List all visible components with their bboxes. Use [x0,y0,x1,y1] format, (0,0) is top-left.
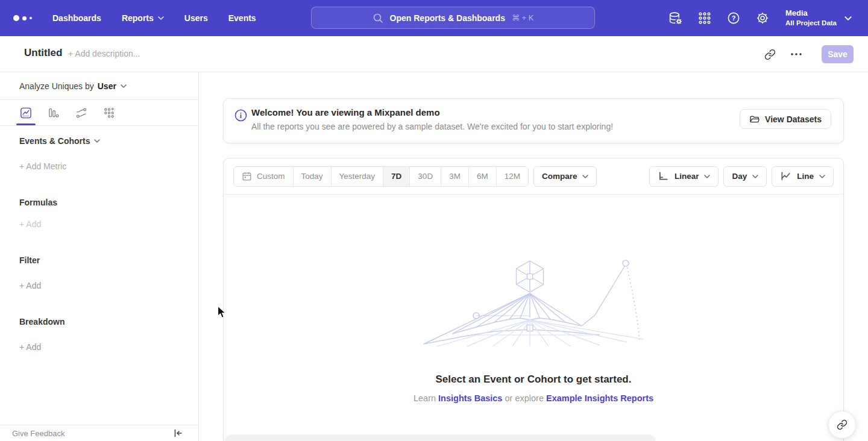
report-title[interactable]: Untitled [24,47,62,59]
copy-link-icon[interactable] [764,49,776,60]
report-description-placeholder[interactable]: + Add description... [68,49,140,58]
chevron-down-icon [121,84,127,88]
compare-dropdown[interactable]: Compare [533,166,597,187]
tab-insights[interactable] [20,100,32,125]
chevron-down-icon [844,16,852,20]
data-management-icon[interactable] [668,11,683,26]
report-type-tabs [0,100,198,126]
bottom-panel-peek[interactable] [224,435,656,441]
add-filter-button[interactable]: + Add [19,281,41,290]
sidebar-footer: Give Feedback [0,425,198,441]
search-placeholder: Open Reports & Dashboards [390,13,505,23]
more-ellipsis-icon[interactable] [791,53,802,55]
chevron-down-icon [582,175,588,178]
global-search[interactable]: Open Reports & Dashboards ⌘ + K [311,7,595,29]
interval-dropdown[interactable]: Day [723,166,767,187]
search-icon [373,13,383,23]
range-30d[interactable]: 30D [410,167,441,186]
linear-axis-icon [658,171,669,181]
nav-item-reports[interactable]: Reports [122,13,164,23]
empty-state: Select an Event or Cohort to get started… [224,255,843,403]
add-breakdown-button[interactable]: + Add [19,342,41,352]
chart-display-controls: Linear Day Line [649,166,834,187]
scale-dropdown[interactable]: Linear [649,166,719,187]
save-button[interactable]: Save [822,45,854,63]
link-icon [837,419,848,430]
nav-right-cluster: ? Media All Project Data [668,0,852,36]
empty-state-subtitle: Learn Insights Basics or explore Example… [224,393,843,403]
project-switcher[interactable]: Media All Project Data [785,8,852,28]
svg-text:i: i [240,111,242,120]
chart-type-dropdown[interactable]: Line [772,166,834,187]
empty-state-illustration [419,255,648,348]
add-formula-button[interactable]: + Add [19,219,41,229]
insights-report-card: Custom Today Yesterday 7D 30D 3M 6M 12M … [223,158,844,441]
view-datasets-button[interactable]: View Datasets [740,109,831,129]
chevron-down-icon [704,175,710,178]
report-actions: Save [764,36,854,72]
line-chart-icon [780,171,791,181]
range-12m[interactable]: 12M [497,167,528,186]
tab-retention[interactable] [103,100,115,125]
insights-basics-link[interactable]: Insights Basics [438,393,502,403]
demo-welcome-banner: i Welcome! You are viewing a Mixpanel de… [223,98,844,143]
query-builder-sidebar: Analyze Uniques by User [0,72,199,441]
retention-dots-icon [103,107,115,119]
chevron-down-icon [158,16,164,20]
share-link-fab[interactable] [828,411,856,439]
report-header: Untitled + Add description... Save [0,36,868,72]
formulas-header: Formulas [19,198,57,207]
mixpanel-logo[interactable] [13,15,32,21]
analyze-by-value: User [98,81,116,91]
range-6m[interactable]: 6M [469,167,497,186]
range-yesterday[interactable]: Yesterday [332,167,384,186]
analyze-by-dropdown[interactable]: Analyze Uniques by User [0,72,198,100]
help-icon[interactable]: ? [726,11,741,25]
chart-controls: Custom Today Yesterday 7D 30D 3M 6M 12M … [224,158,843,195]
funnels-bars-icon [48,107,60,119]
breakdown-header: Breakdown [19,317,64,327]
flows-icon [75,107,87,119]
project-name: Media [785,8,837,19]
collapse-sidebar-icon[interactable] [174,429,183,437]
calendar-icon [242,171,252,181]
empty-state-title: Select an Event or Cohort to get started… [224,374,843,386]
range-custom[interactable]: Custom [234,167,294,186]
nav-item-users[interactable]: Users [184,13,208,23]
folder-icon [749,114,760,124]
banner-message: All the reports you see are powered by a… [251,122,613,131]
range-today[interactable]: Today [294,167,332,186]
filter-header: Filter [19,255,40,265]
add-metric-button[interactable]: + Add Metric [19,161,66,171]
range-7d[interactable]: 7D [383,167,410,186]
chevron-down-icon [752,175,758,178]
chevron-down-icon [819,175,825,178]
chevron-down-icon [94,139,100,143]
range-3m[interactable]: 3M [441,167,469,186]
tab-funnels[interactable] [48,100,60,125]
give-feedback-link[interactable]: Give Feedback [12,429,64,438]
apps-grid-icon[interactable] [697,11,712,25]
example-insights-reports-link[interactable]: Example Insights Reports [546,393,653,403]
insights-chart-icon [20,107,32,119]
nav-item-events[interactable]: Events [228,13,256,23]
search-shortcut: ⌘ + K [512,13,534,22]
project-scope: All Project Data [785,19,837,28]
settings-gear-icon[interactable] [755,11,770,25]
events-cohorts-header[interactable]: Events & Cohorts [19,136,100,146]
date-range-segmented-control: Custom Today Yesterday 7D 30D 3M 6M 12M [233,166,529,187]
svg-text:?: ? [732,14,736,22]
info-icon: i [234,109,247,122]
primary-nav: Dashboards Reports Users Events [52,13,256,23]
top-nav: Dashboards Reports Users Events Open Rep… [0,0,868,36]
banner-title: Welcome! You are viewing a Mixpanel demo [251,107,440,117]
tab-flows[interactable] [75,100,87,125]
nav-item-dashboards[interactable]: Dashboards [52,13,101,23]
